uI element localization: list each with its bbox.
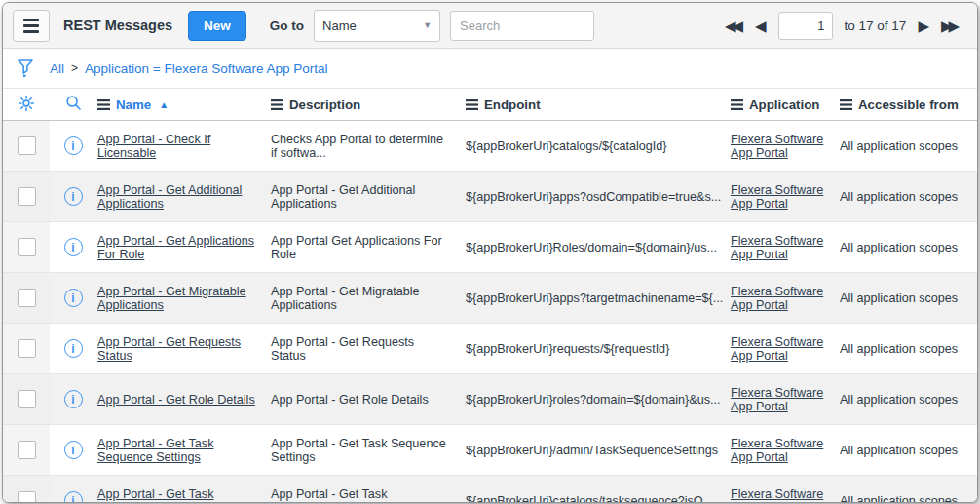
goto-label: Go to — [270, 19, 304, 33]
application-link[interactable]: Flexera Software App Portal — [731, 335, 823, 363]
accessible-from-cell: All application scopes — [839, 273, 977, 324]
endpoint-cell: ${appBrokerUri}Roles/domain=${domain}/us… — [465, 222, 730, 273]
endpoint-cell: ${appBrokerUri}apps?targetmachinename=${… — [465, 273, 730, 324]
previous-page-button[interactable]: ◀ — [755, 19, 767, 33]
row-checkbox[interactable] — [18, 136, 36, 155]
info-icon[interactable]: i — [64, 187, 83, 206]
row-checkbox[interactable] — [18, 390, 36, 408]
row-checkbox[interactable] — [18, 491, 36, 503]
column-menu-icon[interactable] — [731, 99, 743, 110]
endpoint-cell: ${appBrokerUri}apps?osdCompatible=true&s… — [465, 172, 730, 222]
rest-messages-window: REST Messages New Go to Name ▼ ◀◀ ◀ to 1… — [2, 2, 978, 503]
endpoint-cell: ${appBrokerUri}catalogs/tasksequence?isO… — [465, 476, 730, 504]
pagination: ◀◀ ◀ to 17 of 17 ▶ ▶▶ — [725, 12, 967, 40]
accessible-from-cell: All application scopes — [839, 172, 977, 222]
accessible-from-cell: All application scopes — [839, 222, 977, 273]
info-icon[interactable]: i — [64, 441, 83, 459]
application-link[interactable]: Flexera Software App Portal — [731, 285, 823, 312]
accessible-from-cell: All application scopes — [839, 374, 977, 425]
column-header-description[interactable]: Description — [270, 89, 465, 121]
description-cell: Checks App Portal to determine if softwa… — [270, 121, 465, 172]
row-checkbox[interactable] — [18, 339, 36, 358]
column-header-application[interactable]: Application — [730, 89, 839, 121]
endpoint-cell: ${appBrokerUri}roles?domain=${domain}&us… — [465, 374, 730, 425]
endpoint-cell: ${appBrokerUri}requests/${requestId} — [465, 324, 730, 374]
breadcrumb-filter-link[interactable]: Application = Flexera Software App Porta… — [85, 61, 328, 76]
application-link[interactable]: Flexera Software App Portal — [731, 234, 823, 261]
application-link[interactable]: Flexera Software App Portal — [731, 487, 823, 504]
description-cell: App Portal - Get Role Details — [270, 374, 465, 425]
table-row: i App Portal - Get Applications For Role… — [3, 222, 977, 273]
description-cell: App Portal - Get Task Sequence Settings — [270, 425, 465, 476]
hamburger-icon — [23, 19, 39, 21]
info-icon[interactable]: i — [64, 339, 83, 358]
endpoint-cell: ${appBrokerUri}catalogs/${catalogId} — [465, 121, 730, 172]
record-link[interactable]: App Portal - Get Role Details — [97, 393, 255, 407]
sort-ascending-icon: ▲ — [159, 99, 169, 110]
table-header-row: Name ▲ Description — [3, 89, 977, 121]
column-menu-icon[interactable] — [466, 99, 478, 110]
last-page-button[interactable]: ▶▶ — [941, 19, 960, 33]
column-header-name[interactable]: Name ▲ — [96, 89, 270, 121]
column-header-endpoint[interactable]: Endpoint — [465, 89, 730, 121]
table-row: i App Portal - Get Migratable Applicatio… — [3, 273, 977, 324]
record-link[interactable]: App Portal - Get Additional Applications — [97, 183, 242, 211]
search-icon[interactable] — [65, 95, 82, 111]
record-link[interactable]: App Portal - Check If Licensable — [97, 133, 210, 160]
table-row: i App Portal - Get Task Sequence Setting… — [3, 425, 977, 476]
filter-icon[interactable] — [17, 58, 34, 78]
description-cell: App Portal Get Applications For Role — [270, 222, 465, 273]
description-cell: App Portal - Get Migratable Applications — [270, 273, 465, 324]
record-link[interactable]: App Portal - Get Migratable Applications — [97, 285, 246, 312]
row-checkbox[interactable] — [18, 238, 36, 256]
info-icon[interactable]: i — [64, 491, 83, 503]
application-link[interactable]: Flexera Software App Portal — [731, 386, 823, 413]
chevron-down-icon: ▼ — [423, 20, 432, 30]
description-cell: App Portal - Get Additional Applications — [270, 172, 465, 222]
column-menu-icon[interactable] — [840, 99, 852, 110]
page-title: REST Messages — [63, 18, 172, 33]
row-checkbox[interactable] — [18, 187, 36, 206]
accessible-from-cell: All application scopes — [839, 425, 977, 476]
accessible-from-cell: All application scopes — [839, 476, 977, 504]
record-link[interactable]: App Portal - Get Applications For Role — [97, 234, 254, 261]
info-icon[interactable]: i — [64, 136, 83, 155]
list-toolbar: REST Messages New Go to Name ▼ ◀◀ ◀ to 1… — [3, 3, 977, 49]
goto-field-select[interactable]: Name ▼ — [314, 10, 440, 42]
record-link[interactable]: App Portal - Get Requests Status — [97, 335, 241, 363]
info-icon[interactable]: i — [64, 289, 83, 307]
application-link[interactable]: Flexera Software App Portal — [731, 183, 823, 211]
table-row: i App Portal - Get Requests Status App P… — [3, 324, 977, 374]
application-link[interactable]: Flexera Software App Portal — [731, 437, 823, 464]
row-checkbox[interactable] — [18, 441, 36, 459]
table-row: i App Portal - Get Task Sequences App Po… — [3, 476, 977, 504]
description-cell: App Portal - Get Requests Status — [270, 324, 465, 374]
accessible-from-cell: All application scopes — [839, 324, 977, 374]
info-icon[interactable]: i — [64, 390, 83, 408]
application-link[interactable]: Flexera Software App Portal — [731, 133, 823, 160]
search-input[interactable] — [450, 11, 594, 41]
rest-messages-table: Name ▲ Description — [3, 89, 977, 503]
table-row: i App Portal - Get Additional Applicatio… — [3, 172, 977, 222]
page-range-text: to 17 of 17 — [845, 19, 907, 33]
column-menu-icon[interactable] — [97, 99, 110, 110]
page-number-input[interactable] — [778, 12, 833, 40]
column-header-accessible-from[interactable]: Accessible from — [839, 89, 977, 121]
description-cell: App Portal - Get Task Sequences softwa..… — [270, 476, 465, 504]
list-context-menu-button[interactable] — [13, 10, 50, 42]
record-link[interactable]: App Portal - Get Task Sequences — [97, 487, 213, 504]
endpoint-cell: ${appBrokerUri}/admin/TaskSequenceSettin… — [465, 425, 730, 476]
list-settings-cell — [3, 89, 50, 121]
row-checkbox[interactable] — [18, 289, 36, 307]
info-icon[interactable]: i — [64, 238, 83, 256]
column-menu-icon[interactable] — [271, 99, 283, 110]
record-link[interactable]: App Portal - Get Task Sequence Settings — [97, 437, 213, 464]
next-page-button[interactable]: ▶ — [918, 19, 929, 33]
table-row: i App Portal - Check If Licensable Check… — [3, 121, 977, 172]
column-search-cell — [50, 89, 96, 121]
first-page-button[interactable]: ◀◀ — [725, 19, 743, 33]
breadcrumb-all-link[interactable]: All — [50, 61, 64, 76]
new-button[interactable]: New — [188, 11, 246, 41]
goto-selected-value: Name — [322, 19, 357, 33]
gear-icon[interactable] — [18, 95, 35, 112]
